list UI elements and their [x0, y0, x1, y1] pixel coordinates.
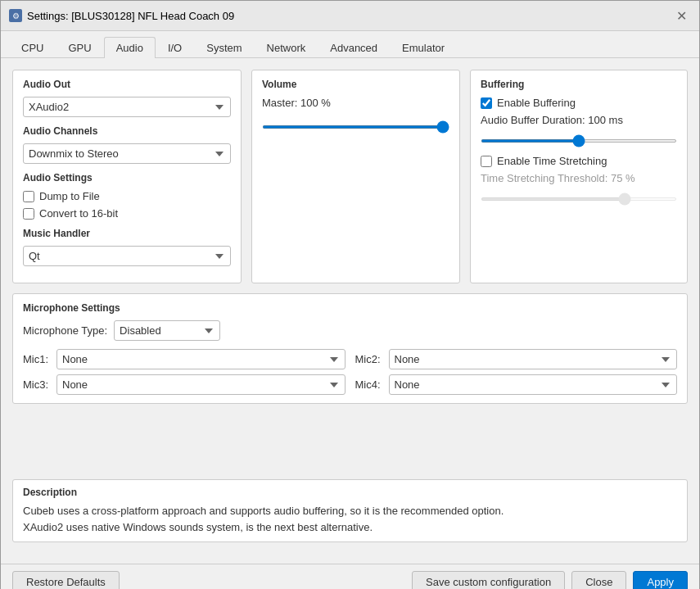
mic3-label: Mic3: — [23, 378, 52, 391]
app-icon: ⚙ — [9, 9, 22, 22]
mic1-label: Mic1: — [23, 353, 52, 365]
description-line2: XAudio2 uses native Windows sounds syste… — [23, 521, 373, 533]
buffer-duration-slider[interactable] — [481, 139, 677, 143]
dump-to-file-row: Dump to File — [23, 190, 231, 202]
convert-to-16bit-label[interactable]: Convert to 16-bit — [39, 207, 118, 220]
volume-slider[interactable] — [262, 125, 449, 129]
tab-audio[interactable]: Audio — [104, 37, 156, 58]
tab-advanced[interactable]: Advanced — [318, 37, 390, 58]
audio-channels-select[interactable]: Downmix to Stereo Stereo 5.1 Surround 7.… — [23, 143, 231, 164]
music-handler-group: Qt None — [23, 246, 231, 266]
enable-buffering-row: Enable Buffering — [481, 97, 677, 109]
middle-panel: Volume Master: 100 % — [251, 70, 460, 283]
title-bar-left: ⚙ Settings: [BLUS30128] NFL Head Coach 0… — [9, 9, 234, 22]
mic3-field: Mic3: None — [23, 374, 345, 395]
window-title: Settings: [BLUS30128] NFL Head Coach 09 — [27, 10, 234, 22]
tab-emulator[interactable]: Emulator — [390, 37, 457, 58]
enable-time-stretching-checkbox[interactable] — [481, 156, 492, 167]
mic-type-select[interactable]: Disabled Standard SingStar Real SingStar… — [114, 320, 220, 341]
master-volume-label: Master: 100 % — [262, 97, 449, 109]
content-spacer — [12, 414, 688, 479]
enable-time-stretching-row: Enable Time Stretching — [481, 155, 677, 167]
close-button[interactable]: Close — [571, 571, 626, 589]
tab-system[interactable]: System — [194, 37, 254, 58]
enable-buffering-label[interactable]: Enable Buffering — [497, 97, 576, 109]
dump-to-file-label[interactable]: Dump to File — [39, 190, 100, 202]
audio-out-label: Audio Out — [23, 79, 231, 90]
enable-time-stretching-label[interactable]: Enable Time Stretching — [497, 155, 607, 167]
tab-bar: CPU GPU Audio I/O System Network Advance… — [1, 31, 699, 58]
description-panel: Description Cubeb uses a cross-platform … — [12, 479, 688, 542]
save-custom-button[interactable]: Save custom configuration — [412, 571, 565, 589]
mic-inputs-grid: Mic1: None Mic2: None Mic3: — [23, 349, 677, 395]
tab-io[interactable]: I/O — [156, 37, 194, 58]
buffer-duration-label: Audio Buffer Duration: 100 ms — [481, 114, 677, 126]
enable-buffering-checkbox[interactable] — [481, 97, 492, 109]
time-stretching-slider — [481, 197, 677, 201]
left-panel: Audio Out XAudio2 Cubeb OpenAL Null Audi… — [12, 70, 242, 283]
volume-slider-container — [262, 116, 449, 134]
audio-channels-group: Downmix to Stereo Stereo 5.1 Surround 7.… — [23, 143, 231, 164]
description-title: Description — [23, 487, 677, 498]
tab-cpu[interactable]: CPU — [9, 37, 56, 58]
buffer-duration-slider-container — [481, 129, 677, 148]
mic2-label: Mic2: — [355, 353, 384, 365]
music-handler-label: Music Handler — [23, 228, 231, 239]
description-line1: Cubeb uses a cross-platform approach and… — [23, 505, 504, 517]
mic4-label: Mic4: — [355, 378, 384, 391]
time-stretching-threshold-label: Time Stretching Threshold: 75 % — [481, 172, 677, 184]
mic1-field: Mic1: None — [23, 349, 345, 369]
convert-16bit-row: Convert to 16-bit — [23, 207, 231, 220]
music-handler-select[interactable]: Qt None — [23, 246, 231, 266]
convert-to-16bit-checkbox[interactable] — [23, 208, 34, 220]
right-panel: Buffering Enable Buffering Audio Buffer … — [470, 70, 688, 283]
mic2-field: Mic2: None — [355, 349, 678, 369]
microphone-settings-label: Microphone Settings — [23, 302, 677, 314]
audio-channels-label: Audio Channels — [23, 125, 231, 137]
window-close-button[interactable]: ✕ — [671, 6, 691, 25]
mic2-select[interactable]: None — [389, 349, 678, 369]
mic1-select[interactable]: None — [56, 349, 345, 369]
microphone-panel: Microphone Settings Microphone Type: Dis… — [12, 293, 688, 404]
audio-out-select[interactable]: XAudio2 Cubeb OpenAL Null — [23, 97, 231, 117]
top-panels-row: Audio Out XAudio2 Cubeb OpenAL Null Audi… — [12, 70, 688, 283]
mic3-select[interactable]: None — [56, 374, 345, 395]
settings-window: ⚙ Settings: [BLUS30128] NFL Head Coach 0… — [0, 0, 700, 589]
audio-out-group: XAudio2 Cubeb OpenAL Null — [23, 97, 231, 117]
mic-type-label: Microphone Type: — [23, 324, 107, 337]
bottom-bar: Restore Defaults Save custom configurati… — [1, 564, 699, 589]
tab-network[interactable]: Network — [255, 37, 318, 58]
restore-defaults-button[interactable]: Restore Defaults — [12, 571, 120, 589]
dump-to-file-checkbox[interactable] — [23, 191, 34, 202]
audio-settings-label: Audio Settings — [23, 172, 231, 183]
mic-row-2: Mic3: None Mic4: None — [23, 374, 677, 395]
apply-button[interactable]: Apply — [633, 571, 688, 589]
mic-row-1: Mic1: None Mic2: None — [23, 349, 677, 369]
description-text: Cubeb uses a cross-platform approach and… — [23, 503, 677, 535]
tab-gpu[interactable]: GPU — [56, 37, 103, 58]
main-content: Audio Out XAudio2 Cubeb OpenAL Null Audi… — [1, 58, 699, 564]
mic4-select[interactable]: None — [389, 374, 678, 395]
time-stretching-slider-container — [481, 188, 677, 206]
bottom-right-buttons: Save custom configuration Close Apply — [412, 571, 688, 589]
mic4-field: Mic4: None — [355, 374, 678, 395]
mic-type-row: Microphone Type: Disabled Standard SingS… — [23, 320, 677, 341]
buffering-label: Buffering — [481, 79, 677, 90]
title-bar: ⚙ Settings: [BLUS30128] NFL Head Coach 0… — [1, 1, 699, 31]
volume-label: Volume — [262, 79, 449, 90]
